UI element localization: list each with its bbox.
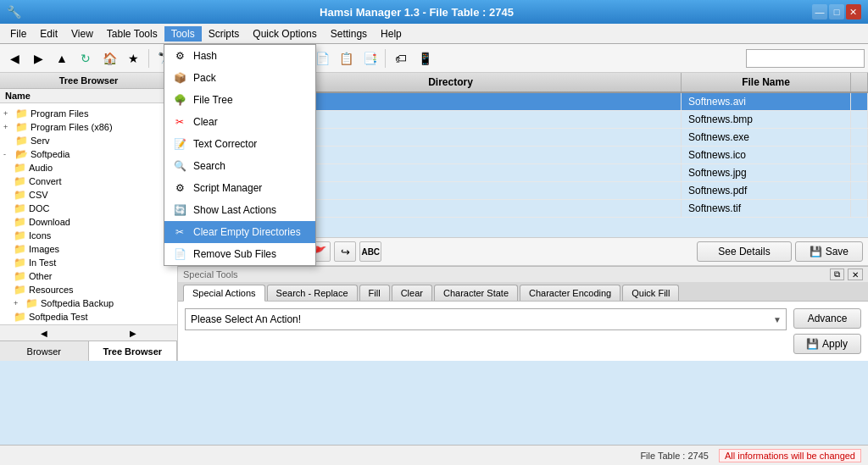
cell-filename: Softnews.avi bbox=[682, 93, 851, 110]
toolbar-forward[interactable]: ▶ bbox=[27, 47, 49, 69]
tree-item-download[interactable]: 📁 Download bbox=[2, 215, 175, 229]
status-file-count: File Table : 2745 bbox=[640, 451, 709, 461]
menu-item-clear[interactable]: ✂ Clear bbox=[164, 111, 315, 133]
toolbar-search-input[interactable] bbox=[746, 49, 865, 68]
special-tools-close-btn[interactable]: ✕ bbox=[848, 268, 863, 280]
expand-icon: + bbox=[3, 123, 15, 131]
cell-filename: Softnews.exe bbox=[682, 129, 851, 146]
redo-icon-btn[interactable]: ↪ bbox=[334, 241, 356, 262]
folder-icon: 📁 bbox=[14, 175, 26, 187]
toolbar-home[interactable]: 🏠 bbox=[98, 47, 120, 69]
hash-icon: ⚙ bbox=[173, 49, 186, 63]
last-actions-icon: 🔄 bbox=[173, 203, 186, 217]
tree-item-softpedia-backup[interactable]: + 📁 Softpedia Backup bbox=[2, 296, 175, 310]
folder-icon: 📁 bbox=[15, 121, 28, 133]
menu-item-remove-sub-files[interactable]: 📄 Remove Sub Files bbox=[164, 243, 315, 265]
tree-item-in-test[interactable]: 📁 In Test bbox=[2, 256, 175, 269]
title-bar: 🔧 Hamsi Manager 1.3 - File Table : 2745 … bbox=[0, 0, 868, 24]
menu-view[interactable]: View bbox=[64, 26, 100, 42]
tab-tree-browser[interactable]: Tree Browser bbox=[89, 341, 178, 361]
tab-special-actions[interactable]: Special Actions bbox=[183, 285, 265, 302]
tab-character-state[interactable]: Character State bbox=[434, 285, 518, 301]
menu-help[interactable]: Help bbox=[374, 26, 409, 42]
folder-icon: 📁 bbox=[14, 270, 26, 282]
folder-icon: 📁 bbox=[14, 162, 26, 174]
tree-item-images[interactable]: 📁 Images bbox=[2, 242, 175, 256]
menu-tools[interactable]: Tools bbox=[164, 26, 202, 42]
menu-edit[interactable]: Edit bbox=[33, 26, 64, 42]
close-button[interactable]: ✕ bbox=[846, 4, 861, 19]
toolbar-device[interactable]: 📱 bbox=[414, 47, 436, 69]
abc-icon-btn[interactable]: ABC bbox=[359, 241, 381, 262]
clear-dirs-icon: ✂ bbox=[173, 225, 186, 239]
tree-item-other[interactable]: 📁 Other bbox=[2, 269, 175, 283]
cell-extra bbox=[851, 200, 868, 217]
toolbar-up[interactable]: ▲ bbox=[51, 47, 73, 69]
folder-icon: 📁 bbox=[15, 135, 28, 147]
tab-quick-fill[interactable]: Quick Fill bbox=[622, 285, 679, 301]
toolbar-sep4 bbox=[385, 49, 386, 68]
tab-character-encoding[interactable]: Character Encoding bbox=[520, 285, 620, 301]
tree-item-csv[interactable]: 📁 CSV bbox=[2, 188, 175, 202]
tree-item-audio[interactable]: 📁 Audio bbox=[2, 161, 175, 174]
cell-extra bbox=[851, 111, 868, 128]
special-tools-header: Special Tools ⧉ ✕ bbox=[178, 267, 868, 282]
remove-sub-icon: 📄 bbox=[173, 247, 186, 261]
apply-button[interactable]: 💾 Apply bbox=[793, 334, 861, 354]
script-manager-icon: ⚙ bbox=[173, 181, 186, 195]
tree-item-serv[interactable]: 📁 Serv bbox=[2, 134, 175, 147]
menu-quick-options[interactable]: Quick Options bbox=[246, 26, 323, 42]
menu-item-search[interactable]: 🔍 Search bbox=[164, 155, 315, 177]
tree-item-program-files[interactable]: + 📁 Program Files bbox=[2, 107, 175, 120]
tree-item-softpedia-test[interactable]: 📁 Softpedia Test bbox=[2, 310, 175, 324]
menu-settings[interactable]: Settings bbox=[324, 26, 374, 42]
tab-browser[interactable]: Browser bbox=[0, 341, 89, 361]
tree-item-program-files-x86[interactable]: + 📁 Program Files (x86) bbox=[2, 120, 175, 134]
save-button[interactable]: 💾 Save bbox=[795, 241, 863, 262]
minimize-button[interactable]: — bbox=[812, 4, 827, 19]
cell-filename: Softnews.jpg bbox=[682, 164, 851, 181]
toolbar-file3[interactable]: 📑 bbox=[359, 47, 381, 69]
expand-icon: + bbox=[3, 109, 15, 118]
tab-fill[interactable]: Fill bbox=[359, 285, 390, 301]
toolbar-back[interactable]: ◀ bbox=[3, 47, 25, 69]
special-tools-restore-btn[interactable]: ⧉ bbox=[830, 268, 844, 280]
toolbar-file2[interactable]: 📋 bbox=[335, 47, 357, 69]
tree-item-resources[interactable]: 📁 Resources bbox=[2, 283, 175, 296]
cell-extra bbox=[851, 147, 868, 163]
menu-item-hash[interactable]: ⚙ Hash bbox=[164, 45, 315, 67]
tree-item-softpedia[interactable]: - 📂 Softpedia bbox=[2, 147, 175, 161]
left-bottom-tabs: Browser Tree Browser bbox=[0, 340, 177, 361]
cell-filename: Softnews.ico bbox=[682, 147, 851, 163]
tab-clear[interactable]: Clear bbox=[392, 285, 432, 301]
menu-file[interactable]: File bbox=[3, 26, 33, 42]
menu-item-file-tree[interactable]: 🌳 File Tree bbox=[164, 89, 315, 111]
toolbar-tag1[interactable]: 🏷 bbox=[390, 47, 412, 69]
menu-item-pack[interactable]: 📦 Pack bbox=[164, 67, 315, 89]
menu-item-show-last-actions[interactable]: 🔄 Show Last Actions bbox=[164, 199, 315, 221]
expand-icon: + bbox=[14, 299, 25, 307]
tree-item-convert[interactable]: 📁 Convert bbox=[2, 174, 175, 188]
toolbar-star[interactable]: ★ bbox=[122, 47, 144, 69]
clear-icon: ✂ bbox=[173, 115, 186, 129]
folder-icon: 📁 bbox=[14, 202, 26, 214]
tree-item-icons[interactable]: 📁 Icons bbox=[2, 229, 175, 242]
scroll-left-btn[interactable]: ◀ bbox=[0, 325, 89, 340]
menu-scripts[interactable]: Scripts bbox=[202, 26, 247, 42]
menu-item-script-manager[interactable]: ⚙ Script Manager bbox=[164, 177, 315, 199]
tree-item-doc[interactable]: 📁 DOC bbox=[2, 202, 175, 215]
maximize-button[interactable]: □ bbox=[829, 4, 844, 19]
advance-button[interactable]: Advance bbox=[793, 308, 861, 329]
toolbar-refresh[interactable]: ↻ bbox=[75, 47, 97, 69]
action-dropdown[interactable]: Please Select An Action! bbox=[185, 308, 787, 330]
menu-table-tools[interactable]: Table Tools bbox=[100, 26, 164, 42]
tab-search-replace[interactable]: Search - Replace bbox=[267, 285, 358, 301]
see-details-button[interactable]: See Details bbox=[697, 241, 791, 262]
main-layout: Tree Browser Name + 📁 Program Files + 📁 … bbox=[0, 73, 868, 361]
scroll-right-btn[interactable]: ▶ bbox=[89, 325, 178, 340]
menu-item-text-corrector[interactable]: 📝 Text Corrector bbox=[164, 133, 315, 155]
apply-icon: 💾 bbox=[806, 338, 819, 350]
cell-extra bbox=[851, 164, 868, 181]
folder-icon: 📁 bbox=[14, 230, 26, 241]
menu-item-clear-empty-dirs[interactable]: ✂ Clear Empty Directories bbox=[164, 221, 315, 243]
